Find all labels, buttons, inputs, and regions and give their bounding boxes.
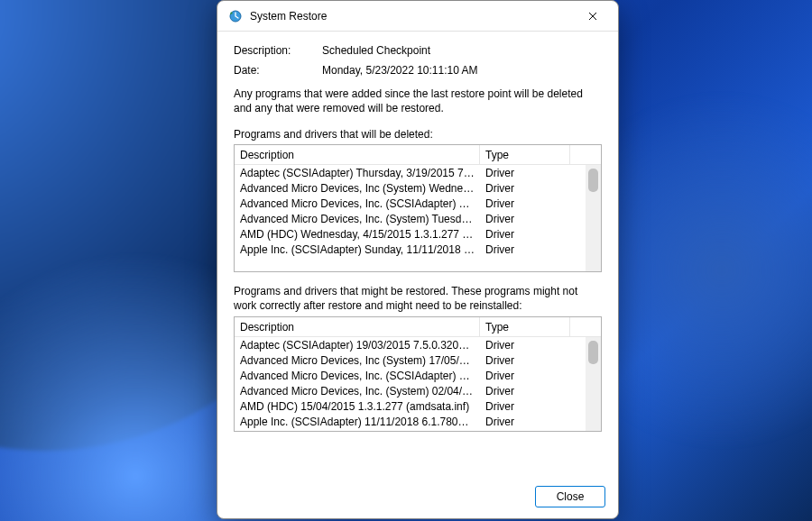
cell-type: Driver <box>480 354 570 367</box>
cell-description: Advanced Micro Devices, Inc. (SCSIAdapte… <box>235 197 480 210</box>
cell-type: Driver <box>480 370 570 382</box>
date-label: Date: <box>234 64 322 77</box>
description-label: Description: <box>234 44 322 57</box>
cell-type: Driver <box>480 416 570 428</box>
table-row[interactable]: Advanced Micro Devices, Inc. (System) Tu… <box>235 211 601 226</box>
scrollbar[interactable] <box>586 337 601 431</box>
system-restore-dialog: System Restore Description: Scheduled Ch… <box>217 0 619 519</box>
date-value: Monday, 5/23/2022 10:11:10 AM <box>322 64 478 77</box>
cell-description: AMD (HDC) 15/04/2015 1.3.1.277 (amdsata.… <box>235 400 480 413</box>
cell-description: AMD (HDC) Wednesday, 4/15/2015 1.3.1.277… <box>235 228 480 241</box>
table-body: Adaptec (SCSIAdapter) 19/03/2015 7.5.0.3… <box>235 337 601 431</box>
cell-type: Driver <box>480 228 570 241</box>
close-button[interactable] <box>575 4 611 29</box>
table-row[interactable]: Adaptec (SCSIAdapter) 19/03/2015 7.5.0.3… <box>235 337 601 352</box>
cell-type: Driver <box>480 213 570 225</box>
table-row[interactable]: Apple Inc. (SCSIAdapter) Sunday, 11/11/2… <box>235 242 601 257</box>
table-row[interactable]: Advanced Micro Devices, Inc (System) Wed… <box>235 180 601 196</box>
cell-description: Adaptec (SCSIAdapter) Thursday, 3/19/201… <box>235 167 480 179</box>
cell-type: Driver <box>480 339 570 352</box>
cell-description: Adaptec (SCSIAdapter) 19/03/2015 7.5.0.3… <box>235 339 480 352</box>
cell-description: Advanced Micro Devices, Inc (System) Wed… <box>235 182 480 195</box>
cell-description: Advanced Micro Devices, Inc. (System) Tu… <box>235 213 480 225</box>
table-row[interactable]: Adaptec (SCSIAdapter) Thursday, 3/19/201… <box>235 165 601 180</box>
cell-type: Driver <box>480 385 570 398</box>
column-header-type[interactable]: Type <box>480 145 570 164</box>
dialog-footer: Close <box>217 477 618 518</box>
column-header-description[interactable]: Description <box>235 317 480 336</box>
table-row[interactable]: Advanced Micro Devices, Inc (System) 17/… <box>235 352 601 368</box>
cell-type: Driver <box>480 197 570 210</box>
cell-description: Advanced Micro Devices, Inc. (System) 02… <box>235 385 480 398</box>
info-text: Any programs that were added since the l… <box>234 87 602 115</box>
column-header-type[interactable]: Type <box>480 317 570 336</box>
cell-description: Apple Inc. (SCSIAdapter) 11/11/2018 6.1.… <box>235 416 480 428</box>
restored-table: Description Type Adaptec (SCSIAdapter) 1… <box>234 316 602 432</box>
table-header: Description Type <box>235 317 601 337</box>
window-title: System Restore <box>250 10 575 23</box>
cell-type: Driver <box>480 400 570 413</box>
close-dialog-button[interactable]: Close <box>535 486 605 507</box>
deleted-table: Description Type Adaptec (SCSIAdapter) T… <box>234 144 602 272</box>
table-header: Description Type <box>235 145 601 165</box>
scrollbar[interactable] <box>586 165 601 271</box>
table-row[interactable]: Apple Inc. (SCSIAdapter) 11/11/2018 6.1.… <box>235 414 601 429</box>
cell-type: Driver <box>480 243 570 256</box>
table-row[interactable]: Advanced Micro Devices, Inc. (SCSIAdapte… <box>235 368 601 383</box>
content-area: Description: Scheduled Checkpoint Date: … <box>217 32 618 477</box>
table-row[interactable]: Advanced Micro Devices, Inc. (SCSIAdapte… <box>235 196 601 211</box>
table-row[interactable]: AMD (HDC) Wednesday, 4/15/2015 1.3.1.277… <box>235 226 601 242</box>
scrollbar-thumb[interactable] <box>588 341 598 364</box>
column-header-description[interactable]: Description <box>235 145 480 164</box>
table-body: Adaptec (SCSIAdapter) Thursday, 3/19/201… <box>235 165 601 271</box>
description-value: Scheduled Checkpoint <box>322 44 430 57</box>
cell-type: Driver <box>480 182 570 195</box>
deleted-section-label: Programs and drivers that will be delete… <box>234 128 602 141</box>
close-icon <box>588 12 597 21</box>
cell-description: Apple Inc. (SCSIAdapter) Sunday, 11/11/2… <box>235 243 480 256</box>
cell-description: Advanced Micro Devices, Inc (System) 17/… <box>235 354 480 367</box>
description-row: Description: Scheduled Checkpoint <box>234 44 602 57</box>
restored-section-label: Programs and drivers that might be resto… <box>234 285 602 313</box>
table-row[interactable]: Advanced Micro Devices, Inc. (System) 02… <box>235 383 601 398</box>
scrollbar-thumb[interactable] <box>588 169 598 192</box>
cell-description: Advanced Micro Devices, Inc. (SCSIAdapte… <box>235 370 480 382</box>
cell-type: Driver <box>480 167 570 179</box>
system-restore-icon <box>228 9 243 23</box>
date-row: Date: Monday, 5/23/2022 10:11:10 AM <box>234 64 602 77</box>
titlebar: System Restore <box>217 1 618 32</box>
table-row[interactable]: AMD (HDC) 15/04/2015 1.3.1.277 (amdsata.… <box>235 398 601 414</box>
